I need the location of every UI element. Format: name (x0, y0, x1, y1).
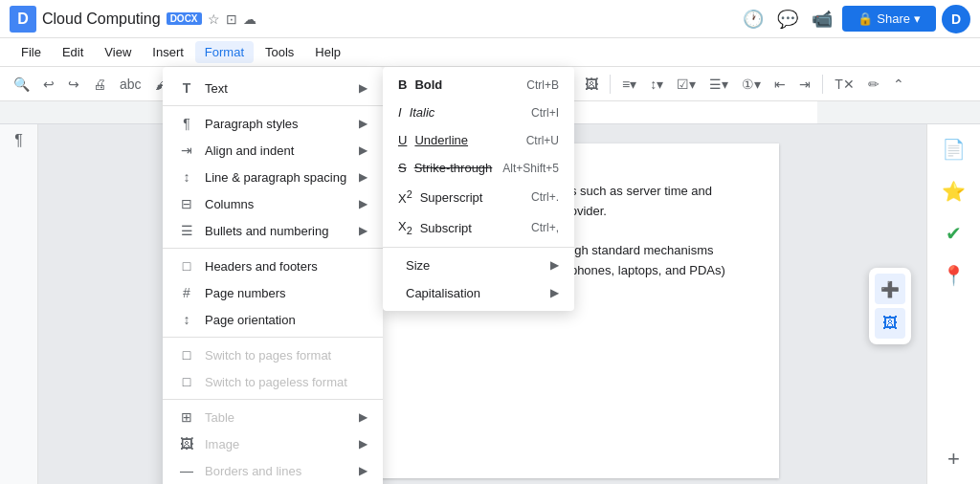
page-orient-label: Page orientation (205, 313, 296, 327)
text-italic[interactable]: I Italic Ctrl+I (383, 99, 574, 126)
align-label: Align and indent (205, 143, 294, 158)
list-btn[interactable]: ☰▾ (703, 73, 734, 96)
text-submenu: B Bold Ctrl+B I Italic Ctrl+I U Underlin… (383, 67, 574, 311)
text-format-icon: T (178, 80, 195, 96)
history-icon[interactable]: 🕐 (739, 5, 768, 33)
format-line-spacing[interactable]: ↕ Line & paragraph spacing ▶ (163, 164, 383, 190)
underline-label-icon: U (398, 133, 407, 147)
format-text-label: Text (205, 81, 228, 96)
bullets-label: Bullets and numbering (205, 224, 328, 238)
cap-arrow: ▶ (550, 286, 559, 299)
video-icon[interactable]: 📹 (808, 5, 836, 33)
paragraph-marker-icon: ¶ (14, 132, 23, 149)
bold-shortcut: Ctrl+B (526, 78, 559, 92)
spellcheck-btn[interactable]: abc (114, 73, 147, 96)
search-toolbar-btn[interactable]: 🔍 (8, 73, 35, 96)
menu-tools[interactable]: Tools (256, 41, 303, 63)
menu-help[interactable]: Help (305, 41, 350, 63)
checklist-btn[interactable]: ☑▾ (671, 73, 702, 96)
menu-insert[interactable]: Insert (143, 41, 193, 63)
lock-icon: 🔒 (858, 11, 873, 26)
doc-title[interactable]: Cloud Computing (42, 11, 161, 28)
floating-add-btn[interactable]: ➕ (875, 274, 905, 304)
redo-btn[interactable]: ↪ (62, 73, 85, 96)
format-align-indent[interactable]: ⇥ Align and indent ▶ (163, 137, 383, 164)
format-page-numbers[interactable]: # Page numbers (163, 279, 383, 306)
right-icon-add[interactable]: + (937, 442, 971, 476)
floating-image-btn[interactable]: 🖼 (875, 308, 905, 339)
strike-label-icon: S (398, 161, 407, 175)
clear-format-btn[interactable]: T✕ (829, 73, 860, 96)
text-bold[interactable]: B Bold Ctrl+B (383, 71, 574, 99)
star-icon[interactable]: ☆ (208, 11, 220, 27)
expand-btn[interactable]: ⌃ (887, 73, 910, 96)
columns-arrow: ▶ (359, 197, 368, 210)
format-dropdown-menu: T Text ▶ ¶ Paragraph styles ▶ ⇥ Align an… (163, 67, 383, 484)
headers-icon: □ (178, 258, 195, 274)
linespace-label: Line & paragraph spacing (205, 170, 346, 185)
super-label: Superscript (420, 190, 483, 205)
indent-less-btn[interactable]: ⇤ (768, 73, 791, 96)
move-icon[interactable]: ⊡ (226, 11, 237, 27)
share-label: Share (877, 11, 910, 26)
format-page-orientation[interactable]: ↕ Page orientation (163, 306, 383, 333)
format-paragraph-styles[interactable]: ¶ Paragraph styles ▶ (163, 110, 383, 137)
align-btn[interactable]: ≡▾ (616, 73, 642, 96)
format-headers-footers[interactable]: □ Headers and footers (163, 253, 383, 279)
avatar[interactable]: D (942, 5, 970, 33)
print-btn[interactable]: 🖨 (87, 73, 112, 96)
columns-icon: ⊟ (178, 196, 195, 211)
right-sidebar: 📄 ⭐ ✔ 📍 + (926, 124, 980, 484)
share-button[interactable]: 🔒 Share ▾ (842, 6, 936, 32)
text-subscript[interactable]: X2 Subscript Ctrl+, (383, 212, 574, 243)
format-columns[interactable]: ⊟ Columns ▶ (163, 190, 383, 217)
toolbar-sep-8 (822, 75, 823, 94)
bold-label: Bold (414, 77, 442, 92)
right-icon-green[interactable]: ✔ (937, 216, 971, 251)
format-switch-pages: □ Switch to pages format (163, 341, 383, 368)
insert-image-btn[interactable]: 🖼 (579, 73, 604, 96)
image-icon: 🖼 (178, 436, 195, 451)
cap-label: Capitalisation (406, 286, 480, 300)
cloud-icon[interactable]: ☁ (243, 11, 256, 27)
menu-view[interactable]: View (95, 41, 141, 63)
switch-pages-label: Switch to pages format (205, 348, 331, 363)
format-menu-text[interactable]: T Text ▶ (163, 75, 383, 101)
sub-label: Subscript (420, 221, 472, 235)
para-styles-icon: ¶ (178, 116, 195, 131)
text-capitalisation[interactable]: Capitalisation ▶ (383, 279, 574, 307)
text-strikethrough[interactable]: S Strike-through Alt+Shift+5 (383, 154, 574, 182)
menu-format[interactable]: Format (195, 41, 254, 63)
text-underline[interactable]: U Underline Ctrl+U (383, 126, 574, 154)
right-icon-docs[interactable]: 📄 (937, 132, 971, 166)
headers-label: Headers and footers (205, 259, 318, 274)
text-superscript[interactable]: X2 Superscript Ctrl+. (383, 182, 574, 212)
undo-btn[interactable]: ↩ (37, 73, 60, 96)
pen-btn[interactable]: ✏ (862, 73, 885, 96)
menu-edit[interactable]: Edit (53, 41, 93, 63)
bullets-arrow: ▶ (359, 224, 368, 237)
para-styles-arrow: ▶ (359, 117, 368, 130)
text-size[interactable]: Size ▶ (383, 252, 574, 279)
borders-arrow: ▶ (359, 464, 368, 477)
menubar: File Edit View Insert Format Tools Help (0, 38, 980, 67)
num-list-btn[interactable]: ①▾ (736, 73, 767, 96)
format-image: 🖼 Image ▶ (163, 430, 383, 457)
right-icon-maps[interactable]: 📍 (937, 258, 971, 293)
chat-icon[interactable]: 💬 (773, 5, 802, 33)
format-bullets[interactable]: ☰ Bullets and numbering ▶ (163, 217, 383, 244)
switch-pages-icon: □ (178, 347, 195, 363)
columns-label: Columns (205, 197, 254, 211)
share-arrow: ▾ (914, 11, 921, 26)
switch-pageless-icon: □ (178, 374, 195, 389)
underline-shortcut: Ctrl+U (526, 134, 559, 147)
size-arrow: ▶ (550, 258, 559, 272)
linespace-btn[interactable]: ↕▾ (644, 73, 669, 96)
italic-label-icon: I (398, 105, 402, 120)
right-icon-yellow[interactable]: ⭐ (937, 174, 971, 209)
table-icon: ⊞ (178, 409, 195, 425)
page-numbers-label: Page numbers (205, 286, 286, 300)
para-styles-label: Paragraph styles (205, 117, 299, 131)
indent-more-btn[interactable]: ⇥ (793, 73, 816, 96)
menu-file[interactable]: File (11, 41, 51, 63)
